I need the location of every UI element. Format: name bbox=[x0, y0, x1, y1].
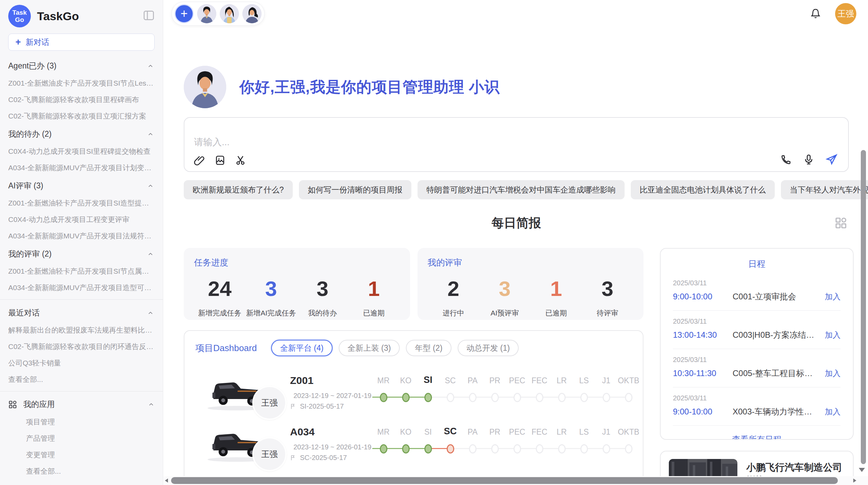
milestone-dot bbox=[424, 444, 432, 453]
sidebar-item[interactable]: C02-飞腾新能源轻客改款项目里程碑画布 bbox=[0, 91, 163, 108]
suggestion-chip[interactable]: 特朗普可能对进口汽车增税会对中国车企造成哪些影响 bbox=[418, 180, 625, 199]
my-reviews-stats: 2进行中3AI预评审1已逾期3待评审 bbox=[428, 276, 634, 318]
milestone-dot bbox=[580, 393, 588, 402]
suggestion-chip[interactable]: 欧洲新规最近颁布了什么? bbox=[184, 180, 293, 199]
sidebar-item[interactable]: A034-全新新能源MUV产品开发项目计划变更表编写 bbox=[0, 160, 163, 176]
dashboard-tab[interactable]: 年型 (2) bbox=[406, 340, 451, 356]
logo-text-line1: Task bbox=[12, 9, 27, 16]
agent-avatar-2[interactable] bbox=[220, 4, 239, 23]
view-all-schedule-link[interactable]: 查看所有日程 bbox=[673, 426, 841, 440]
sidebar-section-header[interactable]: 我的评审 (2) bbox=[0, 244, 163, 263]
milestone-dot bbox=[514, 393, 521, 402]
app-item[interactable]: 变更管理 bbox=[0, 447, 163, 463]
milestone-dot bbox=[536, 393, 543, 402]
vertical-scrollbar[interactable] bbox=[861, 150, 866, 464]
join-button[interactable]: 加入 bbox=[825, 291, 841, 302]
schedule-row: 9:00-10:00X003-车辆动力学性能验...加入 bbox=[673, 406, 841, 417]
stat-value: 24 bbox=[194, 276, 245, 301]
scissors-icon[interactable] bbox=[235, 155, 246, 166]
recent-chat-item[interactable]: 查看全部... bbox=[0, 371, 163, 388]
milestone: SI bbox=[417, 425, 439, 463]
join-button[interactable]: 加入 bbox=[825, 330, 841, 340]
my-reviews-title: 我的评审 bbox=[428, 257, 634, 268]
dashboard-tab[interactable]: 全新平台 (4) bbox=[271, 340, 333, 356]
project-node: SI-2025-05-17 bbox=[290, 402, 369, 410]
join-button[interactable]: 加入 bbox=[825, 407, 841, 417]
plus-icon: + bbox=[15, 37, 21, 48]
scroll-left-arrow[interactable] bbox=[165, 478, 168, 483]
user-avatar[interactable]: 王强 bbox=[835, 3, 856, 24]
sidebar-item[interactable]: C0X4-动力总成开发项目工程变更评审 bbox=[0, 211, 163, 228]
sidebar-section-title: 我的评审 (2) bbox=[8, 249, 52, 259]
project-dates-text: 2023-12-19 ~ 2026-01-19 bbox=[293, 443, 371, 451]
schedule-time: 9:00-10:00 bbox=[673, 407, 724, 416]
recent-chat-item[interactable]: 解释最新出台的欧盟报废车法规再生塑料比例被调至15%... bbox=[0, 322, 163, 338]
sidebar-item[interactable]: A034-全新新能源MUV产品开发项目造型可行性评审 bbox=[0, 279, 163, 296]
daily-brief-header: 每日简报 bbox=[184, 215, 849, 231]
project-node: SC-2025-05-17 bbox=[290, 454, 369, 462]
milestone-dot bbox=[558, 444, 566, 453]
chat-input[interactable] bbox=[194, 137, 592, 148]
horizontal-scrollbar[interactable] bbox=[171, 477, 838, 484]
milestone-dot bbox=[491, 393, 499, 402]
recent-chats-header[interactable]: 最近对话 bbox=[0, 303, 163, 322]
my-apps-title: 我的应用 bbox=[23, 399, 55, 410]
milestone-dot bbox=[536, 444, 543, 453]
recent-chat-item[interactable]: C02-飞腾新能源轻客改款项目的闭环通告反馈情况 bbox=[0, 338, 163, 355]
sidebar-section-header[interactable]: AI评审 (3) bbox=[0, 176, 163, 195]
new-chat-button[interactable]: + 新对话 bbox=[8, 34, 155, 51]
app-item[interactable]: 产品管理 bbox=[0, 430, 163, 447]
suggestion-chip[interactable]: 当下年轻人对汽车外观有怎样的喜好趋势 bbox=[781, 180, 868, 199]
brief-layout-icon[interactable] bbox=[834, 216, 848, 232]
add-agent-button[interactable]: + bbox=[174, 4, 194, 23]
schedule-date: 2025/03/11 bbox=[673, 279, 841, 287]
attachment-icon[interactable] bbox=[194, 155, 205, 166]
agent-avatar-1[interactable] bbox=[197, 4, 216, 23]
join-button[interactable]: 加入 bbox=[825, 368, 841, 379]
milestone: LR bbox=[551, 425, 573, 463]
sidebar-section-header[interactable]: Agent已办 (3) bbox=[0, 56, 163, 75]
sidebar-item[interactable]: A034-全新新能源MUV产品开发项目法规符合性评审 bbox=[0, 228, 163, 244]
stat-value: 1 bbox=[530, 276, 582, 301]
scroll-right-arrow[interactable] bbox=[853, 478, 856, 483]
suggestion-chip[interactable]: 如何写一份清晰的项目周报 bbox=[299, 180, 411, 199]
task-progress-title: 任务进度 bbox=[194, 257, 400, 268]
app-item[interactable]: 查看全部... bbox=[0, 463, 163, 480]
app-item[interactable]: 项目管理 bbox=[0, 414, 163, 430]
dashboard-title: 项目Dashboard bbox=[195, 342, 257, 354]
schedule-time: 9:00-10:00 bbox=[673, 292, 724, 301]
dashboard-tab[interactable]: 动总开发 (1) bbox=[458, 340, 519, 356]
milestone-label: PR bbox=[490, 425, 501, 437]
milestone-label: SC bbox=[444, 425, 457, 437]
milestone-label: MR bbox=[377, 374, 390, 385]
microphone-icon[interactable] bbox=[803, 154, 815, 165]
sidebar-collapse-icon[interactable] bbox=[143, 10, 155, 22]
app-title: TaskGo bbox=[37, 10, 79, 23]
milestone: MR bbox=[372, 374, 395, 411]
milestone-dot bbox=[469, 444, 477, 453]
sidebar-item[interactable]: Z001-全新燃油皮卡产品开发项目SI节点Lesson Learn报告 bbox=[0, 75, 163, 91]
milestone-label: PA bbox=[468, 425, 478, 437]
recent-chat-item[interactable]: 公司Q3轻卡销量 bbox=[0, 355, 163, 371]
sidebar-section-header[interactable]: 我的待办 (2) bbox=[0, 124, 163, 143]
scroll-down-arrow[interactable] bbox=[859, 468, 865, 472]
image-upload-icon[interactable] bbox=[215, 155, 226, 166]
dashboard-tab[interactable]: 全新上装 (3) bbox=[339, 340, 400, 356]
send-icon[interactable] bbox=[825, 153, 838, 166]
sidebar-item[interactable]: C02-飞腾新能源轻客改款项目立项汇报方案 bbox=[0, 108, 163, 124]
milestone-label: LR bbox=[557, 374, 567, 385]
sidebar-item[interactable]: Z001-全新燃油轻卡产品开发项目SI造型提交物评审 bbox=[0, 195, 163, 211]
my-apps-header[interactable]: 我的应用 bbox=[0, 395, 163, 414]
sidebar-item[interactable]: Z001-全新燃油轻卡产品开发项目SI节点属性5D文件评审 bbox=[0, 263, 163, 279]
cloud-space-item[interactable]: 我的云空间 bbox=[0, 480, 163, 485]
schedule-date: 2025/03/11 bbox=[673, 356, 841, 364]
suggestion-chip[interactable]: 比亚迪全固态电池计划具体说了什么 bbox=[631, 180, 775, 199]
sidebar-item[interactable]: C0X4-动力总成开发项目SI里程碑提交物检查 bbox=[0, 143, 163, 160]
task-progress-card: 任务进度 24新增完成任务3新增AI完成任务3我的待办1已逾期 bbox=[184, 248, 410, 320]
agent-avatar-3[interactable] bbox=[242, 4, 262, 23]
milestone-label: PEC bbox=[509, 425, 525, 437]
voice-call-icon[interactable] bbox=[780, 154, 792, 165]
new-chat-label: 新对话 bbox=[26, 37, 49, 48]
notification-bell-icon[interactable] bbox=[810, 8, 821, 20]
stat: 1已逾期 bbox=[530, 276, 582, 318]
